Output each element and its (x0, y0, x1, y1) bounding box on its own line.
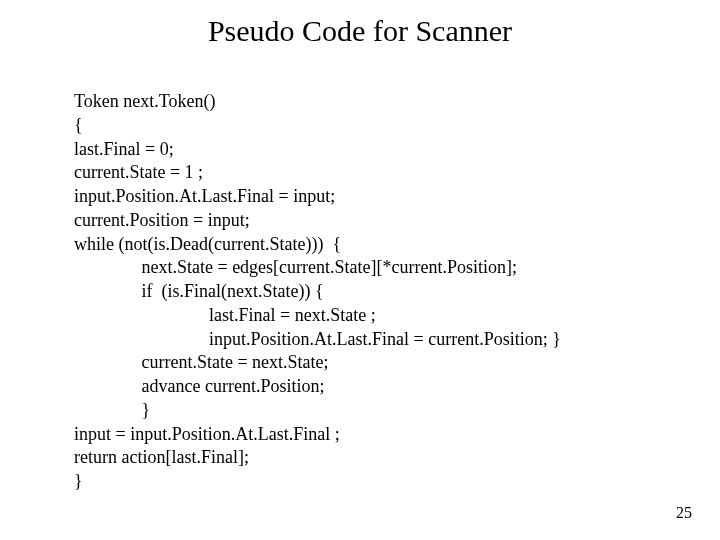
code-line: if (is.Final(next.State)) { (74, 281, 324, 301)
code-line: input.Position.At.Last.Final = current.P… (74, 329, 561, 349)
code-line: last.Final = next.State ; (74, 305, 376, 325)
code-line: while (not(is.Dead(current.State))) { (74, 234, 341, 254)
slide-title: Pseudo Code for Scanner (0, 0, 720, 48)
slide: Pseudo Code for Scanner Token next.Token… (0, 0, 720, 540)
page-number: 25 (676, 504, 692, 522)
code-line: advance current.Position; (74, 376, 324, 396)
code-line: current.State = next.State; (74, 352, 329, 372)
code-line: input = input.Position.At.Last.Final ; (74, 424, 340, 444)
code-line: current.Position = input; (74, 210, 250, 230)
code-line: } (74, 400, 150, 420)
code-line: input.Position.At.Last.Final = input; (74, 186, 335, 206)
code-line: } (74, 471, 83, 491)
code-line: current.State = 1 ; (74, 162, 203, 182)
code-line: last.Final = 0; (74, 139, 174, 159)
code-line: { (74, 115, 83, 135)
code-line: Token next.Token() (74, 91, 215, 111)
code-line: next.State = edges[current.State][*curre… (74, 257, 517, 277)
code-line: return action[last.Final]; (74, 447, 249, 467)
pseudo-code-block: Token next.Token() { last.Final = 0; cur… (74, 90, 561, 494)
